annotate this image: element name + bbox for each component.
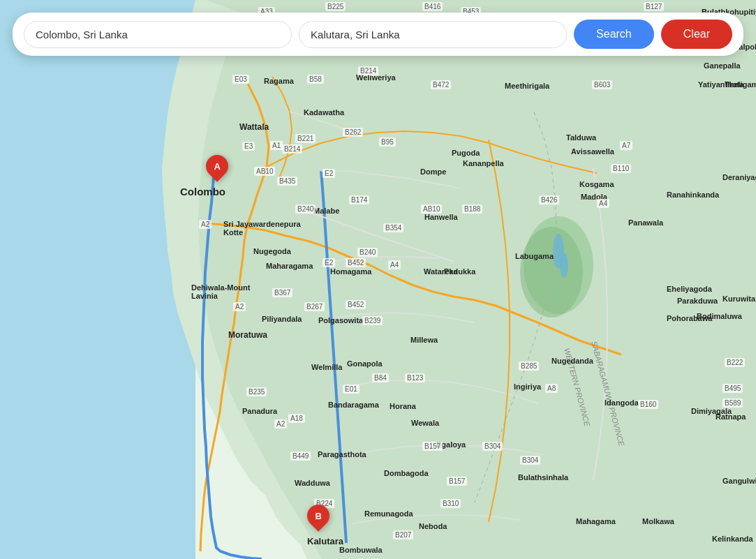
search-button[interactable]: Search	[574, 20, 654, 49]
svg-point-4	[560, 253, 568, 278]
search-bar: Search Clear	[13, 13, 743, 56]
map-container: WESTERN PROVINCE SABARAGAMUWA PROVINCE C…	[0, 0, 756, 559]
svg-point-2	[520, 227, 583, 318]
marker-a-label: A	[214, 161, 220, 172]
marker-a-pin: A	[201, 150, 232, 181]
destination-input[interactable]	[299, 21, 567, 48]
marker-b-pin: B	[302, 500, 334, 531]
origin-input[interactable]	[24, 21, 292, 48]
clear-button[interactable]: Clear	[661, 20, 732, 49]
marker-b: B	[307, 505, 329, 527]
map-svg: WESTERN PROVINCE SABARAGAMUWA PROVINCE	[0, 0, 756, 559]
marker-b-label: B	[315, 511, 321, 521]
marker-a: A	[206, 155, 228, 177]
